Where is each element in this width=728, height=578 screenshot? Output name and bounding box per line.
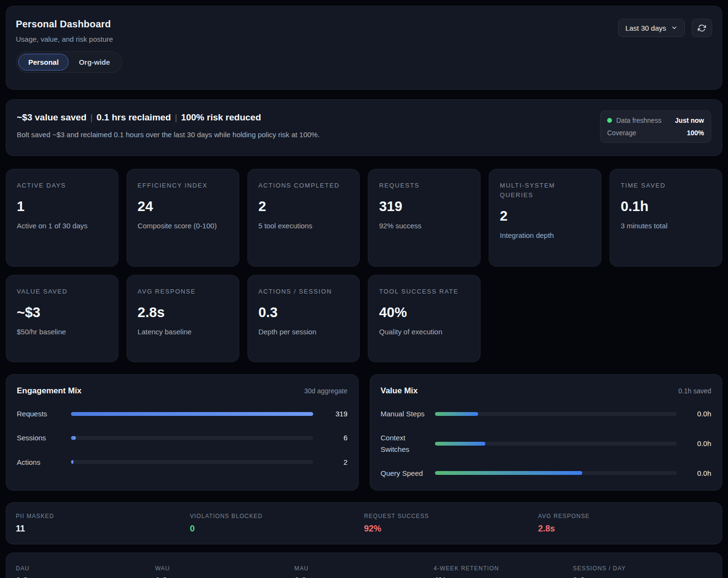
metric-label: Value saved	[17, 287, 107, 296]
coverage-label: Coverage	[607, 129, 636, 137]
metric-label: Active days	[17, 181, 107, 190]
metric-card-avg-response: Avg response 2.8s Latency baseline	[127, 275, 239, 362]
metric-subtext: 3 minutes total	[621, 222, 711, 230]
bar-label: Context Switches	[381, 432, 435, 455]
metric-label: Requests	[379, 181, 470, 190]
stat-violations-blocked: Violations blocked 0	[190, 513, 364, 534]
bar-value: 319	[321, 410, 348, 418]
toggle-org-wide-button[interactable]: Org-wide	[69, 54, 120, 71]
bar-label: Manual Steps	[381, 408, 435, 419]
stat-label: MAU	[294, 565, 434, 572]
security-strip: PII masked 11 Violations blocked 0 Reque…	[6, 502, 722, 544]
bar-fill	[71, 436, 76, 440]
stat-4-week-retention: 4-week retention 4%	[434, 565, 573, 578]
header-card: Personal Dashboard Usage, value, and ris…	[6, 6, 722, 90]
toggle-personal-button[interactable]: Personal	[18, 54, 69, 71]
stat-value: 2.8s	[538, 524, 712, 534]
scope-toggle: Personal Org-wide	[16, 51, 122, 73]
bar-fill	[71, 412, 313, 416]
metric-subtext: $50/hr baseline	[17, 328, 107, 336]
page-subtitle: Usage, value, and risk posture	[16, 35, 712, 43]
bar-value: 2	[321, 458, 348, 466]
summary-banner: ~$3 value saved|0.1 hrs reclaimed|100% r…	[6, 99, 722, 156]
stat-label: PII masked	[16, 513, 190, 519]
chevron-down-icon	[671, 24, 678, 31]
metric-card-active-days: Active days 1 Active on 1 of 30 days	[6, 169, 118, 267]
bar-track	[71, 436, 313, 440]
bar-track	[71, 412, 313, 416]
metric-subtext: Integration depth	[500, 231, 590, 239]
bar-fill	[435, 442, 486, 446]
refresh-button[interactable]	[692, 19, 712, 37]
stat-request-success: Request success 92%	[364, 513, 538, 534]
stat-value: 11	[16, 524, 190, 534]
metric-label: Actions / session	[258, 287, 349, 296]
stat-value: 6.0	[294, 576, 434, 578]
bar-track	[71, 460, 313, 464]
panel-subtitle: 30d aggregate	[304, 387, 347, 395]
bar-row-query-speed: Query Speed 0.0h	[381, 468, 712, 479]
metric-subtext: 5 tool executions	[258, 222, 349, 230]
metric-label: Actions completed	[258, 181, 349, 190]
value-mix-header: Value Mix 0.1h saved	[381, 386, 712, 396]
metrics-row-1: Active days 1 Active on 1 of 30 days Eff…	[6, 169, 722, 267]
stat-value: 1.2	[155, 576, 294, 578]
metric-subtext: Depth per session	[258, 328, 349, 336]
bar-label: Requests	[17, 408, 71, 419]
metric-label: Efficiency index	[138, 181, 228, 190]
coverage-row: Coverage 100%	[607, 129, 704, 137]
freshness-value: Just now	[675, 117, 704, 124]
metric-card-multi-system-queries: Multi-system queries 2 Integration depth	[489, 169, 601, 267]
stat-wau: WAU 1.2	[155, 565, 294, 578]
metric-subtext: 92% success	[379, 222, 470, 230]
metric-value: 24	[138, 199, 228, 214]
engagement-mix-panel: Engagement Mix 30d aggregate Requests 31…	[6, 374, 359, 491]
freshness-label: Data freshness	[616, 117, 661, 124]
headline-separator: |	[171, 112, 181, 122]
header-actions: Last 30 days	[618, 19, 712, 37]
bar-value: 0.0h	[684, 469, 711, 477]
metric-card-value-saved: Value saved ~$3 $50/hr baseline	[6, 275, 118, 362]
metric-value: 40%	[379, 305, 470, 320]
data-freshness-box: Data freshness Just now Coverage 100%	[600, 110, 711, 143]
stat-value: 0	[190, 524, 364, 534]
headline-risk-reduced: 100% risk reduced	[181, 112, 261, 122]
metric-subtext: Quality of execution	[379, 328, 470, 336]
stat-label: Avg response	[538, 513, 712, 519]
metric-subtext: Composite score (0-100)	[138, 222, 228, 230]
metric-value: 1	[17, 199, 107, 214]
bar-value: 6	[321, 434, 348, 442]
date-range-select[interactable]: Last 30 days	[618, 19, 685, 37]
bar-fill	[435, 471, 583, 475]
panel-title: Engagement Mix	[17, 386, 82, 396]
stat-value: 4%	[434, 576, 573, 578]
metric-value: 319	[379, 199, 470, 214]
stat-value: 92%	[364, 524, 538, 534]
bar-label: Actions	[17, 457, 71, 468]
headline-value-saved: ~$3 value saved	[17, 112, 86, 122]
stat-label: DAU	[16, 565, 155, 572]
metric-label: Tool success rate	[379, 287, 470, 296]
stat-value: 0.2	[16, 576, 155, 578]
metric-card-actions-completed: Actions completed 2 5 tool executions	[247, 169, 360, 267]
bar-label: Sessions	[17, 432, 71, 443]
mix-panels: Engagement Mix 30d aggregate Requests 31…	[6, 374, 722, 491]
bar-value: 0.0h	[684, 410, 711, 418]
panel-subtitle: 0.1h saved	[679, 387, 712, 395]
engagement-mix-header: Engagement Mix 30d aggregate	[17, 386, 348, 396]
stat-mau: MAU 6.0	[294, 565, 434, 578]
metric-label: Time saved	[621, 181, 711, 190]
bar-track	[435, 442, 677, 446]
bar-row-manual-steps: Manual Steps 0.0h	[381, 408, 712, 419]
stat-avg-response: Avg response 2.8s	[538, 513, 712, 534]
bar-label: Query Speed	[381, 468, 435, 479]
stat-sessions-per-day: Sessions / day 0.2	[573, 565, 712, 578]
headline-hours-reclaimed: 0.1 hrs reclaimed	[96, 112, 171, 122]
stat-label: Request success	[364, 513, 538, 519]
value-mix-panel: Value Mix 0.1h saved Manual Steps 0.0h C…	[370, 374, 723, 491]
bar-row-actions: Actions 2	[17, 457, 348, 468]
metric-subtext: Active on 1 of 30 days	[17, 222, 107, 230]
bar-row-context-switches: Context Switches 0.0h	[381, 432, 712, 455]
refresh-icon	[698, 24, 706, 32]
metric-value: 0.3	[258, 305, 349, 320]
